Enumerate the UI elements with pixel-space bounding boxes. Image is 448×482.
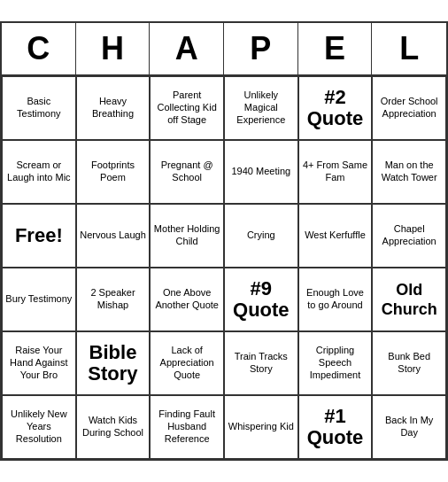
cell-34: #1 Quote	[298, 395, 373, 459]
cell-7: Footprints Poem	[76, 140, 151, 204]
bingo-grid: Basic TestimonyHeavy BreathingParent Col…	[2, 76, 446, 459]
cell-33: Whispering Kid	[224, 395, 298, 459]
cell-23: Old Church	[372, 268, 446, 331]
cell-32: Finding Fault Husband Reference	[150, 395, 224, 459]
cell-35: Back In My Day	[372, 395, 446, 459]
header-letter-e: E	[298, 23, 373, 74]
cell-6: Scream or Laugh into Mic	[2, 140, 76, 204]
cell-26: Lack of Appreciation Quote	[150, 331, 224, 395]
cell-15: Crying	[224, 204, 298, 268]
header-letter-c: C	[2, 23, 76, 74]
cell-25: Bible Story	[76, 331, 151, 395]
cell-9: 1940 Meeting	[224, 140, 298, 204]
cell-12: Free!	[2, 204, 76, 268]
cell-20: One Above Another Quote	[150, 268, 224, 331]
cell-27: Train Tracks Story	[224, 331, 298, 395]
cell-1: Heavy Breathing	[76, 76, 151, 140]
header-letter-a: A	[150, 23, 224, 74]
cell-28: Crippling Speech Impediment	[298, 331, 373, 395]
cell-13: Nervous Laugh	[76, 204, 151, 268]
cell-31: Watch Kids During School	[76, 395, 151, 459]
header-letter-l: L	[372, 23, 446, 74]
cell-29: Bunk Bed Story	[372, 331, 446, 395]
cell-3: Unlikely Magical Experience	[224, 76, 298, 140]
cell-22: Enough Love to go Around	[298, 268, 373, 331]
cell-16: West Kerfuffle	[298, 204, 373, 268]
cell-0: Basic Testimony	[2, 76, 76, 140]
header-letter-p: P	[224, 23, 298, 74]
cell-24: Raise Your Hand Against Your Bro	[2, 331, 76, 395]
cell-14: Mother Holding Child	[150, 204, 224, 268]
cell-5: Order School Appreciation	[372, 76, 446, 140]
bingo-card: CHAPEL Basic TestimonyHeavy BreathingPar…	[0, 21, 448, 461]
cell-19: 2 Speaker Mishap	[76, 268, 151, 331]
cell-10: 4+ From Same Fam	[298, 140, 373, 204]
cell-4: #2 Quote	[298, 76, 373, 140]
cell-18: Bury Testimony	[2, 268, 76, 331]
bingo-header: CHAPEL	[2, 23, 446, 76]
cell-11: Man on the Watch Tower	[372, 140, 446, 204]
cell-17: Chapel Appreciation	[372, 204, 446, 268]
header-letter-h: H	[76, 23, 151, 74]
cell-2: Parent Collecting Kid off Stage	[150, 76, 224, 140]
cell-30: Unlikely New Years Resolution	[2, 395, 76, 459]
cell-8: Pregnant @ School	[150, 140, 224, 204]
cell-21: #9 Quote	[224, 268, 298, 331]
